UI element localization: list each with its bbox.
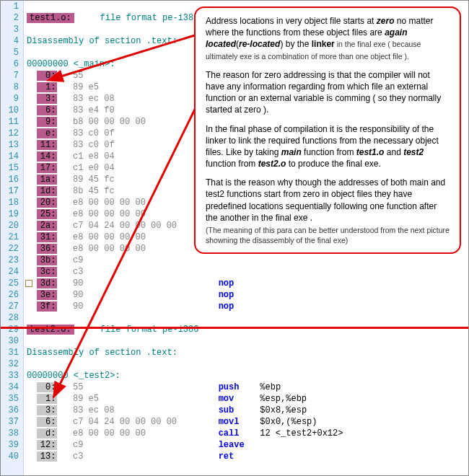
line-number[interactable]: 20 bbox=[1, 221, 24, 231]
code-cell[interactable]: 12: c9 leave bbox=[24, 440, 245, 450]
code-cell[interactable]: test1.o: file format pe-i386 bbox=[24, 13, 198, 23]
code-cell[interactable]: 17: c1 e0 04 bbox=[24, 163, 115, 173]
code-line: 3300000000 <_test2>: bbox=[1, 370, 468, 382]
code-cell[interactable]: Disassembly of section .text: bbox=[24, 36, 177, 46]
line-number[interactable]: 6 bbox=[1, 59, 24, 69]
line-number[interactable]: 4 bbox=[1, 36, 24, 46]
hex-bytes: e8 00 00 00 00 bbox=[57, 198, 145, 208]
line-number[interactable]: 9 bbox=[1, 94, 24, 104]
code-cell[interactable]: 20: e8 00 00 00 00 bbox=[24, 198, 146, 208]
hex-bytes: 83 c0 0f bbox=[57, 128, 114, 138]
code-cell[interactable]: 14: c1 e8 04 bbox=[24, 151, 115, 162]
line-number[interactable]: 11 bbox=[1, 117, 24, 127]
file-label: test1.o: bbox=[27, 13, 74, 23]
line-number[interactable]: 14 bbox=[1, 151, 24, 162]
hex-bytes: 90 bbox=[57, 290, 83, 300]
line-number[interactable]: 22 bbox=[1, 244, 24, 254]
line-number[interactable]: 19 bbox=[1, 209, 24, 219]
address-offset: 1d: bbox=[37, 186, 57, 196]
breakpoint-marker[interactable] bbox=[25, 280, 32, 287]
line-number[interactable]: 33 bbox=[1, 371, 24, 381]
line-number[interactable]: 35 bbox=[1, 394, 24, 404]
code-cell[interactable]: 3d: 90 nop bbox=[24, 278, 234, 288]
line-number[interactable]: 25 bbox=[1, 278, 24, 288]
line-number[interactable]: 39 bbox=[1, 440, 24, 450]
code-cell[interactable]: 3c: c3 bbox=[24, 267, 83, 277]
address-offset: 3d: bbox=[37, 278, 57, 288]
line-number[interactable]: 30 bbox=[1, 336, 24, 346]
code-cell[interactable]: 3: 83 ec 08 bbox=[24, 94, 115, 104]
line-number[interactable]: 18 bbox=[1, 198, 24, 208]
code-line: 26 3e: 90 nop bbox=[1, 289, 468, 301]
code-cell[interactable]: 0: 55 push %ebp bbox=[24, 382, 281, 392]
line-number[interactable]: 10 bbox=[1, 105, 24, 115]
line-number[interactable]: 21 bbox=[1, 232, 24, 242]
line-number[interactable]: 40 bbox=[1, 451, 24, 462]
code-cell[interactable]: 3e: 90 nop bbox=[24, 290, 234, 300]
hex-bytes: c3 bbox=[57, 451, 83, 462]
code-cell[interactable]: 1: 89 e5 mov %esp,%ebp bbox=[24, 394, 307, 404]
line-number[interactable]: 15 bbox=[1, 163, 24, 173]
code-cell[interactable]: 1a: 89 45 fc bbox=[24, 175, 115, 185]
code-cell[interactable]: 3: 83 ec 08 sub $0x8,%esp bbox=[24, 405, 307, 415]
symbol-label: 00000000 <_test2>: bbox=[27, 371, 120, 381]
code-cell[interactable]: d: e8 00 00 00 00 call 12 <_test2+0x12> bbox=[24, 428, 343, 438]
code-cell[interactable]: 36: e8 00 00 00 00 bbox=[24, 244, 146, 254]
code-cell[interactable]: 3f: 90 nop bbox=[24, 301, 234, 312]
code-cell[interactable]: e: 83 c0 0f bbox=[24, 128, 115, 138]
code-cell[interactable]: 0: 55 bbox=[24, 71, 83, 81]
code-cell[interactable]: 6: 83 e4 f0 bbox=[24, 105, 115, 115]
code-cell[interactable]: 1: 89 e5 bbox=[24, 82, 99, 92]
code-cell[interactable]: 00000000 <_main>: bbox=[24, 59, 115, 69]
code-cell[interactable]: 00000000 <_test2>: bbox=[24, 371, 120, 381]
line-number[interactable]: 12 bbox=[1, 128, 24, 138]
mnemonic: nop bbox=[83, 290, 234, 300]
code-cell[interactable]: Disassembly of section .text: bbox=[24, 348, 177, 358]
code-cell[interactable]: 6: c7 04 24 00 00 00 00 movl $0x0,(%esp) bbox=[24, 417, 317, 427]
line-number[interactable]: 34 bbox=[1, 382, 24, 392]
code-cell[interactable]: 2a: c7 04 24 00 00 00 00 bbox=[24, 221, 177, 231]
line-number[interactable]: 31 bbox=[1, 348, 24, 358]
line-number[interactable]: 3 bbox=[1, 25, 24, 35]
address-offset: 3: bbox=[37, 94, 57, 104]
code-cell[interactable]: 3b: c9 bbox=[24, 255, 83, 265]
line-number[interactable]: 24 bbox=[1, 267, 24, 277]
line-number[interactable]: 13 bbox=[1, 140, 24, 150]
mnemonic: call bbox=[146, 428, 240, 438]
line-number[interactable]: 16 bbox=[1, 175, 24, 185]
address-offset: 12: bbox=[37, 440, 57, 450]
line-number[interactable]: 26 bbox=[1, 290, 24, 300]
line-number[interactable]: 27 bbox=[1, 301, 24, 312]
section-label: Disassembly of section .text: bbox=[27, 36, 177, 46]
code-cell[interactable]: 13: c3 ret bbox=[24, 451, 234, 462]
callout-p4: That is the reason why though the addres… bbox=[206, 177, 451, 224]
mnemonic: push bbox=[83, 382, 239, 392]
line-number[interactable]: 2 bbox=[1, 13, 24, 23]
line-number[interactable]: 7 bbox=[1, 71, 24, 81]
editor-pane: 12test1.o: file format pe-i38634Disassem… bbox=[1, 1, 468, 475]
code-cell[interactable]: 31: e8 00 00 00 00 bbox=[24, 232, 146, 242]
line-number[interactable]: 32 bbox=[1, 359, 24, 369]
hex-bytes: c9 bbox=[57, 255, 83, 265]
line-number[interactable]: 5 bbox=[1, 48, 24, 58]
code-line: 28 bbox=[1, 312, 468, 324]
line-number[interactable]: 36 bbox=[1, 405, 24, 415]
line-number[interactable]: 28 bbox=[1, 313, 24, 323]
line-number[interactable]: 23 bbox=[1, 255, 24, 265]
mnemonic: mov bbox=[99, 394, 234, 404]
address-offset: 3e: bbox=[37, 290, 57, 300]
code-cell[interactable]: 9: b8 00 00 00 00 bbox=[24, 117, 146, 127]
address-offset: 20: bbox=[37, 198, 57, 208]
hex-bytes: 90 bbox=[57, 278, 83, 288]
code-cell[interactable]: 25: e8 00 00 00 00 bbox=[24, 209, 146, 219]
callout-p3: In the final phase of compilation it is … bbox=[206, 123, 451, 170]
line-number[interactable]: 38 bbox=[1, 428, 24, 438]
code-cell[interactable]: 11: 83 c0 0f bbox=[24, 140, 115, 150]
line-number[interactable]: 17 bbox=[1, 186, 24, 196]
code-cell[interactable]: 1d: 8b 45 fc bbox=[24, 186, 115, 196]
address-offset: 3f: bbox=[37, 301, 57, 312]
code-line: 39 12: c9 leave bbox=[1, 439, 468, 451]
line-number[interactable]: 8 bbox=[1, 82, 24, 92]
line-number[interactable]: 37 bbox=[1, 417, 24, 427]
line-number[interactable]: 1 bbox=[1, 1, 24, 12]
